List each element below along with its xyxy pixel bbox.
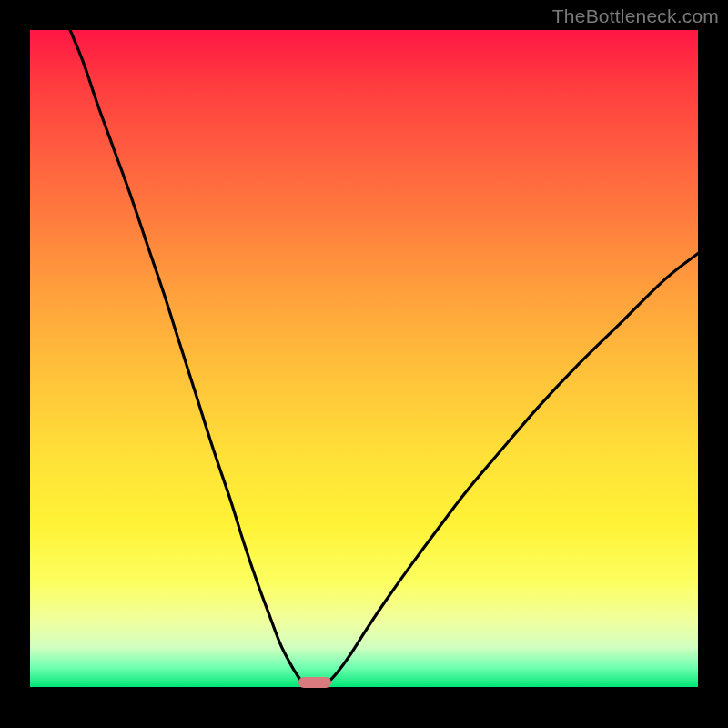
outer-frame: TheBottleneck.com — [0, 0, 728, 728]
curve-svg — [30, 30, 698, 687]
bottleneck-marker — [298, 677, 331, 688]
curve-right-branch — [324, 253, 698, 685]
curve-left-branch — [70, 30, 306, 686]
watermark-label: TheBottleneck.com — [552, 5, 719, 27]
